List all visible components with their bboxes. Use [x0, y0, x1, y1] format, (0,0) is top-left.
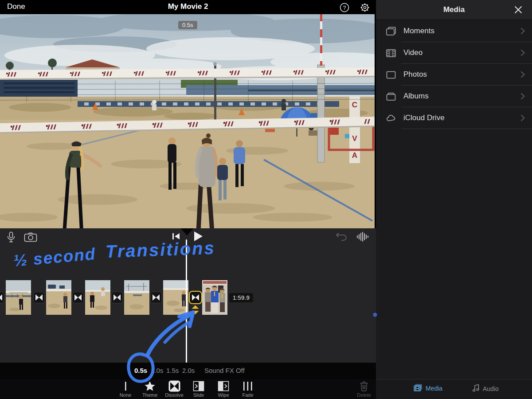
transition-icon[interactable] — [0, 292, 4, 303]
duration-option-0-5s[interactable]: 0.5s — [134, 367, 147, 374]
clip-thumbnail[interactable] — [46, 280, 71, 315]
media-row-icloud-drive[interactable]: iCloud Drive — [376, 107, 532, 129]
photos-icon — [386, 70, 396, 80]
tab-audio[interactable]: Audio — [473, 384, 499, 393]
play-button-icon[interactable] — [193, 231, 203, 243]
skip-to-start-icon[interactable] — [172, 233, 180, 242]
video-preview-frame: C B V A — [0, 13, 375, 228]
settings-gear-icon[interactable] — [360, 3, 370, 12]
fade-icon — [234, 380, 262, 392]
media-row-video[interactable]: Video — [376, 42, 532, 64]
handwritten-annotation-left: ½ second — [13, 245, 97, 270]
microphone-icon[interactable] — [6, 231, 16, 245]
media-panel: Media Moments Video Photos — [376, 0, 532, 399]
transition-icon[interactable] — [111, 292, 123, 303]
video-preview: C B V A — [0, 13, 375, 228]
transition-duration-bar: 0.5s 1.0s 1.5s 2.0s Sound FX Off — [0, 363, 376, 379]
video-filmstrip-icon — [386, 48, 396, 59]
icloud-icon — [386, 113, 396, 124]
svg-text:?: ? — [343, 5, 346, 11]
media-row-moments[interactable]: Moments — [376, 20, 532, 42]
chevron-right-icon — [520, 49, 525, 56]
chevron-right-icon — [520, 27, 525, 35]
media-panel-tabbar: Media Audio — [376, 379, 532, 399]
help-icon[interactable]: ? — [340, 3, 349, 12]
transition-duration-badge: 0.5s — [178, 21, 197, 29]
duration-option-2-0s[interactable]: 2.0s — [182, 367, 195, 374]
selected-transition-icon[interactable] — [189, 291, 202, 304]
transitions-toolbar: None Theme Dissolve Slide Wipe Fade Dele… — [0, 379, 376, 399]
filmstrip-icon — [414, 384, 422, 393]
transition-duration-handle-icon[interactable] — [191, 305, 200, 317]
media-row-photos[interactable]: Photos — [376, 64, 532, 86]
svg-text:C: C — [352, 101, 357, 109]
clip-thumbnail-photo[interactable] — [202, 280, 227, 315]
imovie-app: Done My Movie 2 ? — [0, 0, 532, 399]
undo-icon[interactable] — [336, 232, 347, 243]
svg-text:V: V — [352, 134, 357, 143]
audio-waveform-icon[interactable] — [356, 232, 369, 243]
chevron-right-icon — [520, 114, 525, 121]
transition-icon[interactable] — [33, 292, 45, 303]
albums-icon — [386, 91, 396, 102]
top-bar: Done My Movie 2 ? — [0, 0, 376, 13]
music-note-icon — [473, 384, 480, 393]
moments-icon — [386, 26, 396, 37]
media-row-albums[interactable]: Albums — [376, 86, 532, 107]
close-icon[interactable] — [513, 5, 523, 15]
delete-button[interactable]: Delete — [350, 380, 378, 398]
clip-thumbnail[interactable] — [85, 280, 110, 315]
media-panel-header: Media — [376, 0, 532, 20]
transition-fade-button[interactable]: Fade — [234, 380, 262, 398]
transition-icon[interactable] — [72, 292, 84, 303]
clip-thumbnail[interactable] — [163, 280, 188, 315]
trash-icon — [350, 380, 378, 392]
camera-icon[interactable] — [24, 232, 37, 244]
timeline: ½ second Transitions — [0, 228, 376, 363]
transition-icon[interactable] — [150, 292, 162, 303]
clip-thumbnail[interactable] — [124, 280, 149, 315]
playhead-notch-icon — [180, 228, 194, 235]
project-title: My Movie 2 — [0, 2, 376, 11]
duration-option-1-0s[interactable]: 1.0s — [151, 367, 163, 374]
svg-text:A: A — [352, 151, 357, 160]
chevron-right-icon — [520, 93, 525, 100]
transition-slide-button[interactable]: Slide — [184, 380, 213, 398]
slide-icon — [184, 380, 213, 392]
media-panel-title: Media — [376, 5, 532, 14]
playhead-line — [186, 239, 187, 363]
sound-fx-toggle[interactable]: Sound FX Off — [204, 367, 245, 374]
chevron-right-icon — [520, 71, 525, 78]
clip-duration-badge: 1:59.9 — [229, 293, 253, 302]
clips-row: 1:59.9 — [0, 280, 376, 325]
tab-media[interactable]: Media — [414, 384, 442, 393]
clip-thumbnail[interactable] — [6, 280, 31, 315]
duration-option-1-5s[interactable]: 1.5s — [166, 367, 179, 374]
